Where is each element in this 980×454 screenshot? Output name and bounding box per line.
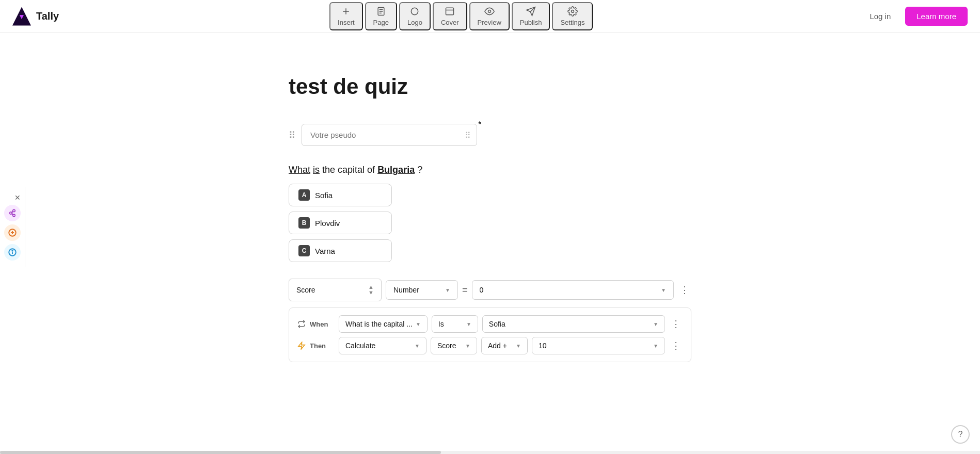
left-panel: ✕ [0, 187, 25, 267]
brand-logo[interactable]: Tally [12, 7, 59, 26]
question-word-bulgaria: Bulgaria [377, 165, 415, 175]
svg-line-14 [12, 211, 13, 213]
answer-option-c[interactable]: C Varna [289, 239, 392, 262]
main-content: test de quiz ⠿ * ⠿ What is the capital o… [268, 33, 712, 387]
when-label: When [310, 320, 335, 328]
when-row: When What is the capital ... ▼ Is ▼ Sofi… [297, 315, 683, 333]
score-type-chevron: ▼ [445, 287, 450, 293]
answer-value-a: Sofia [315, 191, 333, 200]
condition-card: When What is the capital ... ▼ Is ▼ Sofi… [289, 307, 691, 362]
toolbar-page[interactable]: Page [365, 2, 397, 30]
score-field-select[interactable]: Score ▲▼ [289, 279, 382, 301]
then-row: Then Calculate ▼ Score ▼ Add + ▼ 10 ▼ ⋮ [297, 337, 683, 354]
score-value: 0 [480, 286, 484, 294]
question-block: What is the capital of Bulgaria ? A Sofi… [289, 165, 691, 262]
widget-add[interactable] [4, 224, 21, 241]
form-title: test de quiz [289, 74, 691, 99]
then-value-chevron: ▼ [653, 343, 658, 349]
toolbar-nav: Insert Page Logo Cover [329, 2, 593, 30]
connections-icon [8, 208, 17, 218]
then-action-chevron: ▼ [415, 343, 420, 349]
pseudo-input-wrap: * ⠿ [302, 124, 477, 146]
then-value-select[interactable]: 10 ▼ [532, 337, 665, 354]
toolbar-publish[interactable]: Publish [512, 2, 550, 30]
when-value-select[interactable]: Sofia ▼ [482, 315, 665, 333]
question-text: What is the capital of Bulgaria ? [289, 165, 691, 175]
answer-option-b[interactable]: B Plovdiv [289, 212, 392, 234]
when-field-select[interactable]: What is the capital ... ▼ [339, 315, 428, 333]
preview-label: Preview [478, 19, 501, 26]
pseudo-row: ⠿ * ⠿ [289, 124, 691, 146]
then-action-select[interactable]: Calculate ▼ [339, 337, 426, 354]
drag-handle[interactable]: ⠿ [289, 129, 295, 141]
question-word-is: is [313, 165, 320, 175]
login-button[interactable]: Log in [863, 8, 897, 25]
score-type-label: Number [393, 286, 419, 294]
logo-icon [12, 7, 31, 26]
score-row: Score ▲▼ Number ▼ = 0 ▼ ⋮ [289, 279, 691, 301]
widget-info[interactable] [4, 244, 21, 261]
score-value-select[interactable]: 0 ▼ [472, 280, 674, 300]
svg-point-9 [488, 10, 491, 13]
then-icon [297, 342, 306, 350]
score-equals: = [462, 285, 468, 296]
score-more-button[interactable]: ⋮ [678, 282, 691, 298]
answer-option-a[interactable]: A Sofia [289, 184, 392, 206]
when-field-value: What is the capital ... [345, 320, 413, 328]
page-label: Page [373, 19, 389, 26]
cover-icon [445, 6, 455, 17]
widget-connections[interactable] [4, 205, 21, 221]
then-more-button[interactable]: ⋮ [669, 338, 683, 353]
then-op-value: Add + [488, 342, 507, 350]
answer-key-b: B [298, 217, 310, 229]
when-op-select[interactable]: Is ▼ [432, 315, 478, 333]
toolbar-logo[interactable]: Logo [399, 2, 431, 30]
toolbar-settings[interactable]: Settings [552, 2, 593, 30]
toolbar-insert[interactable]: Insert [329, 2, 363, 30]
insert-label: Insert [338, 19, 355, 26]
then-action-value: Calculate [345, 342, 375, 350]
svg-point-12 [13, 209, 15, 212]
when-op-chevron: ▼ [466, 321, 471, 327]
plus-icon [341, 6, 351, 17]
svg-rect-7 [446, 8, 454, 14]
plus-circle-icon [8, 228, 17, 237]
svg-point-13 [13, 214, 15, 217]
close-panel-button[interactable]: ✕ [14, 193, 21, 202]
required-star: * [479, 120, 481, 128]
when-icon [297, 320, 306, 328]
toolbar-preview[interactable]: Preview [469, 2, 510, 30]
then-op-chevron: ▼ [516, 343, 521, 349]
svg-point-11 [10, 212, 12, 215]
learn-more-button[interactable]: Learn more [905, 7, 968, 26]
when-op-value: Is [438, 320, 444, 328]
when-field-chevron: ▼ [416, 321, 421, 327]
when-value-value: Sofia [489, 320, 505, 328]
brand-name: Tally [36, 10, 59, 22]
svg-point-6 [412, 8, 418, 14]
settings-label: Settings [560, 19, 584, 26]
then-field-chevron: ▼ [465, 343, 470, 349]
toolbar-cover[interactable]: Cover [433, 2, 467, 30]
logo-label: Logo [407, 19, 422, 26]
topbar-right: Log in Learn more [863, 7, 968, 26]
then-value-value: 10 [539, 342, 547, 350]
gear-icon [567, 6, 578, 17]
send-icon [526, 6, 536, 17]
score-field-label: Score [296, 286, 315, 294]
then-op-select[interactable]: Add + ▼ [481, 337, 528, 354]
answer-value-c: Varna [315, 247, 335, 255]
answer-key-a: A [298, 189, 310, 201]
cover-label: Cover [441, 19, 459, 26]
score-value-chevron: ▼ [661, 287, 666, 293]
publish-label: Publish [520, 19, 542, 26]
page-icon [376, 6, 386, 17]
pseudo-input[interactable] [302, 124, 477, 146]
score-type-select[interactable]: Number ▼ [386, 280, 458, 300]
then-field-select[interactable]: Score ▼ [431, 337, 477, 354]
topbar: Tally Insert Page Logo [0, 0, 980, 33]
when-more-button[interactable]: ⋮ [669, 316, 683, 332]
when-value-chevron: ▼ [653, 321, 658, 327]
answer-value-b: Plovdiv [315, 219, 340, 228]
drag-icon-right: ⠿ [465, 130, 471, 140]
